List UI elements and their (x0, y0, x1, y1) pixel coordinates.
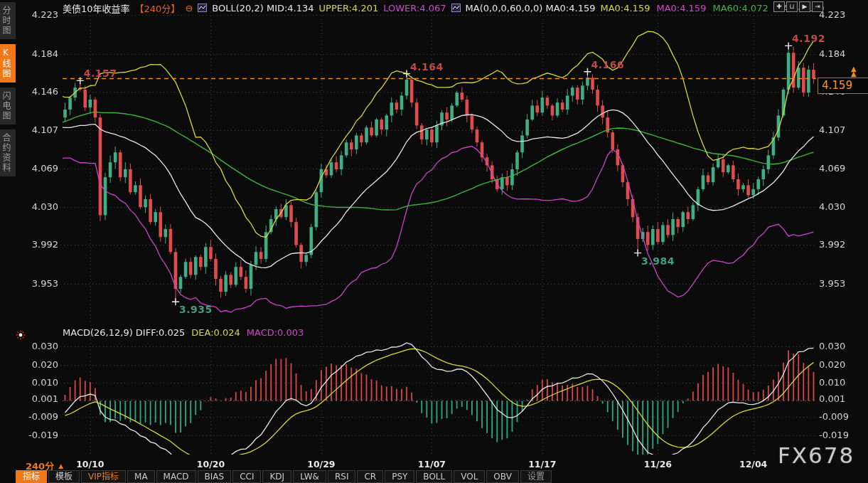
y-axis-label: 3.992 (819, 239, 864, 250)
macd-axis-label: 0.001 (819, 393, 864, 405)
macd-axis-label: 0.020 (819, 359, 864, 371)
macd-axis-label: 0.001 (20, 393, 58, 405)
period-arrow-icon: ▲ (58, 462, 63, 469)
y-axis-label: 4.107 (20, 124, 58, 136)
toolbar-button-lw[interactable]: LW& (293, 470, 326, 483)
x-axis-date-label: 10/20 (197, 459, 225, 469)
chart-tool-icons: ✚⊔▶⇥ (773, 1, 823, 12)
sidebar-tab-kline-chart[interactable]: K线图 (0, 44, 16, 83)
y-axis-label: 4.069 (819, 163, 864, 174)
macd-header: MACD(26,12,9) DIFF:0.025 DEA:0.024 MACD:… (63, 327, 304, 338)
toolbar-button-ma[interactable]: MA (127, 470, 155, 483)
ma-indicator-icon[interactable] (451, 4, 461, 12)
toolbar-button-obv[interactable]: OBV (486, 470, 519, 483)
macd-axis-label: 0.010 (819, 377, 864, 388)
ma-value-0: MA0:4.159 (600, 3, 650, 14)
chart-canvas[interactable] (0, 0, 868, 483)
price-annotation: 3.984 (641, 255, 675, 267)
boll-values: BOLL(20,2) MID:4.134 (212, 3, 314, 14)
toolbar-button-indicator[interactable]: 指标 (16, 470, 47, 483)
toolbar-button-vip-indicator[interactable]: VIP指标 (81, 470, 126, 483)
x-axis-date-label: 10/29 (307, 459, 335, 469)
price-annotation: 3.935 (179, 304, 213, 315)
toolbar-button-template[interactable]: 模板 (48, 470, 80, 483)
sidebar-tab-time-chart[interactable]: 分时图 (0, 2, 16, 39)
watermark: FX678 (778, 442, 854, 468)
pan-tool-icon[interactable]: ✚ (773, 1, 785, 12)
y-axis-label: 4.069 (20, 163, 58, 174)
y-axis-label: 4.030 (20, 201, 58, 213)
trading-app: 分时图K线图闪电图合约资料 美债10年收益率 【240分】 ⊖ BOLL(20,… (0, 0, 868, 483)
y-axis-label: 4.184 (20, 48, 58, 60)
period-tag: 【240分】 (135, 1, 181, 15)
toolbar-button-rsi[interactable]: RSI (328, 470, 356, 483)
y-axis-label: 4.223 (819, 9, 864, 21)
x-axis-date-label: 12/04 (739, 459, 767, 469)
toolbar-button-macd[interactable]: MACD (156, 470, 196, 483)
current-price-box: 4.159 (818, 78, 868, 94)
macd-dea-value: DEA:0.024 (191, 327, 240, 338)
shift-right-icon[interactable]: ⇥ (812, 1, 823, 12)
price-annotation: 4.192 (792, 33, 825, 44)
price-annotation: 4.164 (410, 61, 444, 73)
toolbar-button-boll[interactable]: BOLL (416, 470, 452, 483)
ma-value-2: MA60:4.072 (712, 3, 768, 14)
toolbar-button-cci[interactable]: CCI (232, 470, 261, 483)
chart-header: 美债10年收益率 【240分】 ⊖ BOLL(20,2) MID:4.134 U… (63, 2, 825, 14)
minus-circle-icon[interactable]: ⊖ (185, 3, 193, 14)
toolbar-button-settings[interactable]: 设置 (520, 470, 552, 483)
toolbar-button-cr[interactable]: CR (357, 470, 383, 483)
price-annotation: 4.157 (84, 68, 117, 79)
y-axis-label: 4.030 (819, 201, 864, 213)
ma-values-main: MA(0,0,0,60,0,0) MA0:4.159 (466, 3, 596, 14)
boll-lower-value: LOWER:4.067 (383, 3, 446, 14)
zoom-x-axis-icon[interactable]: ▶ (799, 1, 810, 12)
toolbar-button-vol[interactable]: VOL (454, 470, 485, 483)
instrument-title: 美债10年收益率 (63, 1, 130, 15)
x-axis-date-label: 11/17 (528, 459, 556, 469)
y-axis-label: 4.184 (819, 48, 864, 60)
macd-axis-label: 0.020 (20, 359, 58, 371)
x-axis-date-label: 10/10 (76, 459, 104, 469)
y-axis-label: 3.953 (819, 278, 864, 290)
y-axis-label: 4.107 (819, 124, 864, 136)
macd-label: MACD(26,12,9) DIFF:0.025 (63, 327, 185, 338)
macd-value: MACD:0.003 (247, 327, 304, 338)
x-axis-date-label: 11/07 (418, 459, 446, 469)
y-axis-label: 4.146 (20, 86, 58, 97)
macd-axis-label: 0.010 (20, 377, 58, 388)
x-axis-date-label: 11/26 (644, 459, 672, 469)
toolbar-button-bias[interactable]: BIAS (198, 470, 232, 483)
toolbar-button-kdj[interactable]: KDJ (262, 470, 291, 483)
boll-upper-value: UPPER:4.201 (319, 3, 379, 14)
y-axis-label: 3.992 (20, 239, 58, 250)
zoom-y-axis-icon[interactable]: ⊔ (786, 1, 798, 12)
sidebar: 分时图K线图闪电图合约资料 (0, 0, 16, 483)
toolbar-button-psy[interactable]: PSY (385, 470, 414, 483)
macd-axis-label: 0.030 (819, 341, 864, 352)
macd-axis-label: -0.019 (819, 430, 864, 441)
price-arrow-icon[interactable]: ▲▲ (851, 66, 857, 76)
macd-axis-label: 0.030 (20, 341, 58, 352)
y-axis-label: 3.953 (20, 278, 58, 290)
boll-indicator-icon[interactable] (198, 4, 207, 12)
sidebar-tab-contract-info[interactable]: 合约资料 (0, 129, 16, 176)
bottom-toolbar: 指标模板VIP指标MAMACDBIASCCIKDJLW&RSICRPSYBOLL… (16, 470, 552, 483)
ma-value-1: MA0:4.159 (656, 3, 706, 14)
sidebar-tab-flash-chart[interactable]: 闪电图 (0, 87, 16, 124)
macd-settings-icon[interactable] (16, 329, 26, 339)
macd-axis-label: -0.009 (20, 411, 58, 423)
price-annotation: 4.166 (591, 59, 624, 70)
y-axis-label: 4.223 (20, 9, 58, 21)
macd-axis-label: -0.009 (819, 411, 864, 423)
macd-axis-label: -0.019 (20, 430, 58, 441)
